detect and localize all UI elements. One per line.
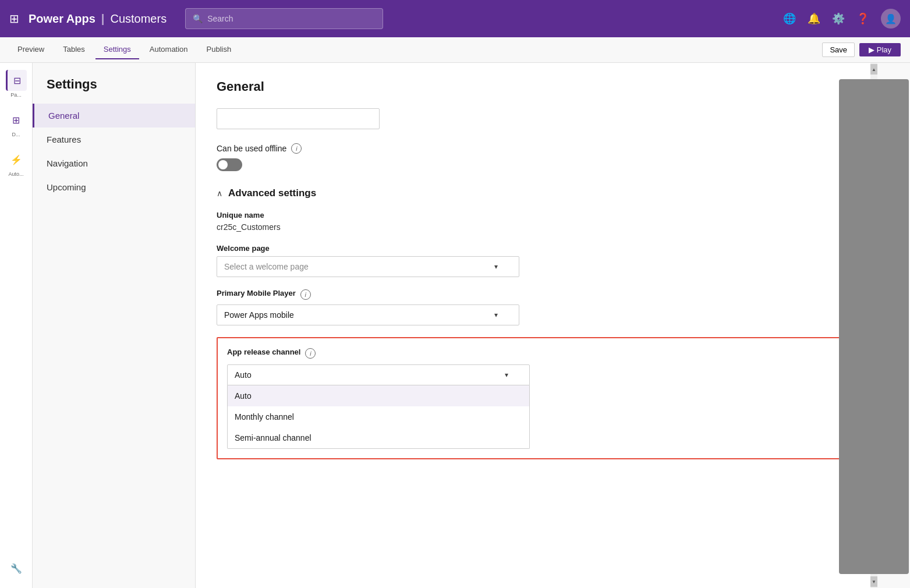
mobile-player-value: Power Apps mobile (224, 310, 294, 320)
release-channel-arrow-icon: ▾ (505, 371, 508, 379)
pages-label: Pa... (10, 92, 22, 98)
data-symbol: ⊞ (12, 115, 20, 126)
data-label: D... (12, 132, 20, 137)
mobile-player-label-row: Primary Mobile Player i (217, 289, 856, 300)
offline-toggle[interactable] (217, 158, 242, 171)
avatar[interactable]: 👤 (881, 9, 901, 29)
settings-modal: Settings General Features Navigation Upc… (33, 63, 877, 588)
bell-icon[interactable]: 🔔 (808, 12, 820, 25)
sidebar-auto-icon[interactable]: ⚡ (6, 149, 27, 170)
release-channel-dropdown[interactable]: Auto ▾ (227, 364, 530, 385)
release-option-monthly[interactable]: Monthly channel (228, 406, 529, 427)
app-release-section: App release channel i Auto ▾ Auto (217, 337, 856, 459)
sec-nav-automation[interactable]: Automation (141, 40, 196, 59)
welcome-page-dropdown-wrapper: Select a welcome page ▾ (217, 256, 519, 277)
unique-name-field: Unique name cr25c_Customers (217, 211, 856, 232)
welcome-page-arrow-icon: ▾ (494, 263, 498, 271)
sidebar-pages-icon[interactable]: ⊟ (6, 70, 27, 91)
release-channel-info-icon[interactable]: i (305, 348, 316, 359)
mobile-player-field: Primary Mobile Player i Power Apps mobil… (217, 289, 856, 325)
bottom-icon-symbol: 🔧 (10, 563, 22, 574)
help-icon[interactable]: ❓ (856, 12, 869, 25)
advanced-chevron-icon: ∧ (217, 189, 222, 198)
release-channel-dropdown-wrapper: Auto ▾ Auto Monthly channel Semi-annual … (227, 364, 530, 449)
settings-nav-upcoming[interactable]: Upcoming (33, 175, 195, 199)
sidebar-data-icon[interactable]: ⊞ (6, 109, 27, 130)
advanced-section-title: Advanced settings (228, 187, 316, 199)
play-button[interactable]: ▶ Play (859, 43, 901, 56)
main-area: ⊟ Pa... ⊞ D... ⚡ Auto... 🔧 (0, 63, 910, 588)
welcome-page-placeholder: Select a welcome page (224, 262, 309, 271)
settings-nav-navigation[interactable]: Navigation (33, 151, 195, 175)
welcome-page-field: Welcome page Select a welcome page ▾ (217, 244, 856, 277)
nav-app-name: Customers (110, 12, 167, 26)
mobile-player-arrow-icon: ▾ (494, 311, 498, 319)
advanced-section: ∧ Advanced settings Unique name cr25c_Cu… (217, 187, 856, 459)
app-name-input[interactable] (217, 108, 380, 129)
settings-nav-general[interactable]: General (33, 104, 195, 127)
release-channel-value: Auto (235, 370, 252, 380)
scroll-rail: ▲ ▼ (870, 63, 877, 588)
release-channel-options: Auto Monthly channel Semi-annual channel (227, 385, 530, 449)
settings-panel-title: General (217, 79, 264, 94)
offline-label: Can be used offline (217, 144, 286, 153)
nav-divider: | (101, 12, 105, 26)
left-sidebar: ⊟ Pa... ⊞ D... ⚡ Auto... 🔧 (0, 63, 33, 588)
search-input[interactable] (207, 14, 376, 23)
sidebar-bottom-icon[interactable]: 🔧 (6, 558, 27, 579)
canvas-area: Settings General Features Navigation Upc… (33, 63, 910, 588)
settings-header: General ✕ (217, 79, 856, 94)
pages-symbol: ⊟ (13, 75, 21, 86)
auto-symbol: ⚡ (10, 154, 22, 165)
search-icon: 🔍 (193, 14, 203, 23)
scroll-down-button[interactable]: ▼ (870, 576, 877, 587)
mobile-player-label: Primary Mobile Player (217, 289, 296, 297)
settings-icon[interactable]: ⚙️ (832, 12, 845, 25)
welcome-page-dropdown[interactable]: Select a welcome page ▾ (217, 256, 519, 277)
release-option-semiannual[interactable]: Semi-annual channel (228, 427, 529, 448)
advanced-section-header[interactable]: ∧ Advanced settings (217, 187, 856, 199)
settings-nav-features[interactable]: Features (33, 127, 195, 151)
settings-content: General ✕ Can be used offline i ∧ (196, 63, 877, 588)
scroll-thumb[interactable] (839, 79, 909, 574)
scroll-up-button[interactable]: ▲ (870, 64, 877, 75)
offline-label-row: Can be used offline i (217, 143, 856, 154)
release-channel-label: App release channel (227, 348, 300, 356)
search-bar: 🔍 (185, 8, 383, 29)
mobile-player-dropdown[interactable]: Power Apps mobile ▾ (217, 304, 519, 325)
offline-section: Can be used offline i (217, 143, 856, 171)
sec-nav-settings[interactable]: Settings (95, 40, 139, 59)
welcome-page-label: Welcome page (217, 244, 856, 253)
nav-brand: Power Apps | Customers (29, 12, 167, 26)
sec-nav-tables[interactable]: Tables (55, 40, 93, 59)
release-channel-field: App release channel i (227, 348, 846, 359)
mobile-player-info-icon[interactable]: i (300, 289, 311, 300)
nav-icons: 🌐 🔔 ⚙️ ❓ 👤 (783, 9, 901, 29)
top-nav: ⊞ Power Apps | Customers 🔍 🌐 🔔 ⚙️ ❓ 👤 (0, 0, 910, 37)
settings-title: Settings (33, 77, 195, 104)
unique-name-value: cr25c_Customers (217, 222, 281, 232)
auto-label: Auto... (8, 171, 23, 177)
settings-sidebar: Settings General Features Navigation Upc… (33, 63, 196, 588)
sec-nav-preview[interactable]: Preview (9, 40, 52, 59)
brand-label: Power Apps (29, 12, 95, 26)
sec-nav-publish[interactable]: Publish (199, 40, 240, 59)
release-option-auto[interactable]: Auto (228, 385, 529, 406)
release-channel-label-row: App release channel i (227, 348, 846, 359)
mobile-player-dropdown-wrapper: Power Apps mobile ▾ (217, 304, 519, 325)
secondary-nav: Preview Tables Settings Automation Publi… (0, 37, 910, 63)
unique-name-label: Unique name (217, 211, 856, 219)
save-button[interactable]: Save (822, 42, 855, 57)
grid-icon[interactable]: ⊞ (9, 12, 19, 26)
globe-icon[interactable]: 🌐 (783, 12, 796, 25)
offline-info-icon[interactable]: i (291, 143, 302, 154)
